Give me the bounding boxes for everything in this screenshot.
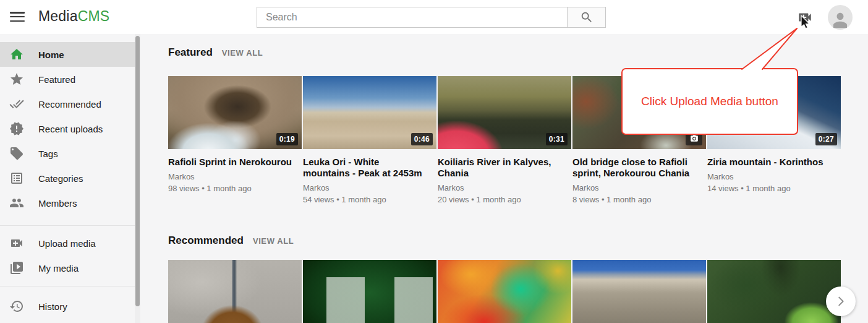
view-all-featured-link[interactable]: VIEW ALL — [222, 48, 263, 58]
media-card[interactable]: 0:19 Rafioli Sprint in Nerokourou Markos… — [168, 76, 302, 204]
sidebar-item-label: Categories — [38, 173, 83, 184]
tutorial-callout: Click Upload Media button — [621, 68, 798, 135]
media-card[interactable] — [707, 260, 841, 323]
sidebar-item-label: Upload media — [38, 238, 96, 249]
upload-media-icon — [797, 9, 813, 25]
media-author[interactable]: Markos — [438, 183, 571, 192]
media-meta: 8 views • 1 month ago — [572, 195, 706, 204]
section-title-featured: Featured — [168, 46, 213, 59]
home-icon — [9, 47, 24, 62]
sidebar-divider — [0, 225, 135, 226]
media-card[interactable] — [572, 260, 706, 323]
media-title[interactable]: Ziria mountain - Korinthos — [707, 157, 841, 168]
chevron-right-icon — [834, 295, 848, 308]
user-avatar[interactable] — [828, 5, 853, 30]
video-thumbnail[interactable] — [303, 260, 436, 323]
video-thumbnail[interactable] — [572, 260, 706, 323]
tutorial-callout-text: Click Upload Media button — [641, 95, 778, 108]
person-icon — [830, 8, 850, 30]
video-thumbnail[interactable] — [168, 260, 302, 323]
media-meta: 14 views • 1 month ago — [707, 184, 841, 193]
recommended-row — [168, 260, 868, 323]
tag-icon — [9, 146, 24, 161]
sidebar-item-tags[interactable]: Tags — [0, 141, 135, 166]
next-arrow-button[interactable] — [826, 286, 856, 316]
search-input[interactable] — [257, 7, 567, 28]
sidebar-item-recent-uploads[interactable]: Recent uploads — [0, 116, 135, 141]
video-thumbnail[interactable] — [438, 260, 571, 323]
sidebar-item-categories[interactable]: Categories — [0, 166, 135, 191]
top-bar: MediaCMS — [0, 0, 868, 34]
members-icon — [9, 196, 24, 210]
sidebar-item-history[interactable]: History — [0, 294, 135, 319]
search-button[interactable] — [567, 7, 606, 28]
media-meta: 20 views • 1 month ago — [438, 195, 571, 204]
sidebar-item-label: Home — [38, 50, 64, 60]
done-all-icon — [9, 97, 24, 111]
sidebar-item-label: My media — [38, 263, 79, 273]
media-title[interactable]: Koiliaris River in Kalyves, Chania — [438, 157, 571, 179]
menu-icon — [10, 12, 25, 14]
video-thumbnail[interactable]: 0:19 — [168, 76, 302, 149]
search-icon — [580, 11, 594, 24]
scrollbar-thumb[interactable] — [135, 36, 140, 306]
duration-badge: 0:19 — [276, 133, 298, 145]
sidebar-item-featured[interactable]: Featured — [0, 67, 135, 92]
sidebar-item-upload-media[interactable]: Upload media — [0, 231, 135, 256]
sidebar-item-label: Featured — [38, 74, 75, 85]
camera-icon — [690, 134, 699, 143]
duration-badge: 0:31 — [546, 133, 568, 145]
star-icon — [9, 72, 24, 87]
sidebar-divider — [0, 286, 135, 286]
brand-logo[interactable]: MediaCMS — [38, 8, 109, 25]
media-author[interactable]: Markos — [707, 172, 841, 181]
my-media-icon — [9, 261, 24, 275]
sidebar-item-label: History — [38, 301, 67, 312]
media-card[interactable]: 0:46 Leuka Ori - White mountains - Peak … — [303, 76, 436, 204]
brand-logo-primary: Media — [38, 8, 78, 24]
media-author[interactable]: Markos — [303, 183, 436, 192]
recommended-section: Recommended VIEW ALL — [168, 235, 868, 323]
sidebar-item-label: Members — [38, 198, 77, 209]
upload-media-icon — [9, 236, 24, 251]
media-card[interactable] — [168, 260, 302, 323]
video-thumbnail[interactable]: 0:46 — [303, 76, 436, 149]
video-thumbnail[interactable]: 0:31 — [438, 76, 571, 149]
sidebar-item-home[interactable]: Home — [0, 42, 135, 67]
media-meta: 54 views • 1 month ago — [303, 195, 436, 204]
video-thumbnail[interactable] — [707, 260, 841, 323]
sidebar-item-recommended[interactable]: Recommended — [0, 92, 135, 116]
section-title-recommended: Recommended — [168, 235, 244, 247]
search-bar — [257, 7, 606, 28]
mediacms-app: MediaCMS Home Featured Recommended — [0, 0, 868, 323]
sidebar-item-my-media[interactable]: My media — [0, 256, 135, 280]
sidebar-item-members[interactable]: Members — [0, 191, 135, 215]
sidebar: Home Featured Recommended Recent uploads… — [0, 34, 135, 323]
duration-badge: 0:46 — [411, 133, 433, 145]
sidebar-item-label: Recent uploads — [38, 124, 103, 134]
media-title[interactable]: Rafioli Sprint in Nerokourou — [168, 157, 302, 168]
media-author[interactable]: Markos — [572, 183, 706, 192]
categories-icon — [9, 171, 24, 186]
view-all-recommended-link[interactable]: VIEW ALL — [253, 236, 294, 246]
media-card[interactable] — [303, 260, 436, 323]
duration-badge: 0:27 — [815, 133, 837, 145]
sidebar-scrollbar[interactable] — [135, 34, 140, 323]
media-author[interactable]: Markos — [168, 172, 302, 181]
upload-media-button[interactable] — [797, 9, 813, 25]
history-icon — [9, 299, 24, 314]
sidebar-item-label: Recommended — [38, 99, 101, 110]
media-card[interactable]: 0:31 Koiliaris River in Kalyves, Chania … — [438, 76, 571, 204]
media-card[interactable] — [438, 260, 571, 323]
sidebar-item-label: Tags — [38, 149, 58, 159]
media-meta: 98 views • 1 month ago — [168, 184, 302, 193]
media-title[interactable]: Old bridge close to Rafioli sprint, Nero… — [572, 157, 706, 179]
new-releases-icon — [9, 121, 24, 136]
media-title[interactable]: Leuka Ori - White mountains - Peak at 24… — [303, 157, 436, 179]
menu-button[interactable] — [10, 11, 25, 23]
brand-logo-secondary: CMS — [78, 8, 110, 24]
